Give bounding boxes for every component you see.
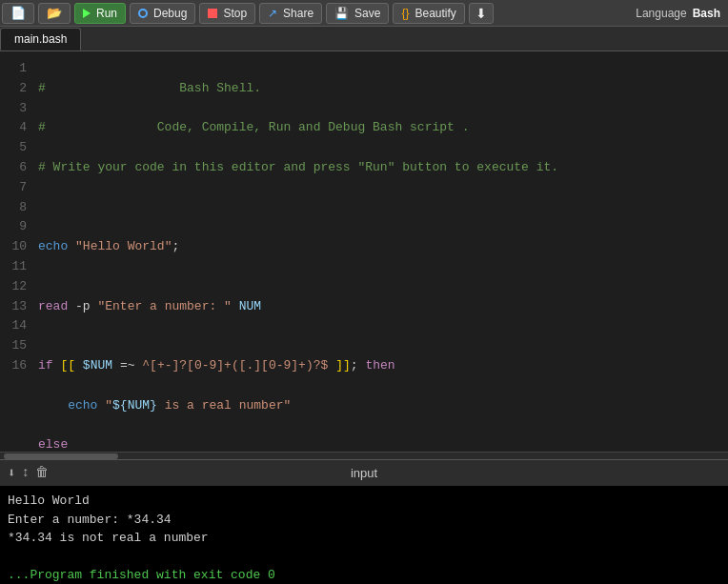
- language-label: Language: [636, 7, 686, 20]
- share-button[interactable]: ↗ Share: [259, 3, 322, 24]
- language-value: Bash: [693, 7, 720, 20]
- code-line-11: echo "${NUM} is a real number": [38, 396, 728, 416]
- output-line-1: Hello World: [8, 492, 720, 511]
- save-label: Save: [354, 7, 380, 20]
- code-line-10: if [[ $NUM =~ ^[+-]?[0-9]+([.][0-9]+)?$ …: [38, 356, 728, 376]
- output-line-3: *34.34 is not real a number: [8, 529, 720, 548]
- download-button[interactable]: ⬇: [469, 3, 494, 24]
- output-console: Hello World Enter a number: *34.34 *34.3…: [0, 486, 728, 584]
- download-icon: ⬇: [475, 6, 487, 21]
- open-folder-icon: 📂: [47, 6, 62, 20]
- toolbar: 📄 📂 Run Debug Stop ↗ Share 💾 Save {} Bea…: [0, 0, 728, 27]
- beautify-button[interactable]: {} Beautify: [393, 3, 464, 24]
- code-line-3: # Write your code in this editor and pre…: [38, 158, 728, 178]
- language-selector: Language Bash: [636, 7, 728, 20]
- expand-icon[interactable]: ↕: [21, 465, 29, 481]
- debug-button[interactable]: Debug: [130, 3, 195, 24]
- code-line-6: echo "Hello World";: [38, 237, 728, 257]
- code-line-8: read -p "Enter a number: " NUM: [38, 297, 728, 317]
- output-line-4: [8, 548, 720, 567]
- output-line-2: Enter a number: *34.34: [8, 511, 720, 530]
- save-button[interactable]: 💾 Save: [326, 3, 389, 24]
- stop-label: Stop: [223, 7, 247, 20]
- run-icon: [83, 9, 91, 18]
- tab-bar: main.bash: [0, 27, 728, 51]
- code-editor[interactable]: # Bash Shell. # Code, Compile, Run and D…: [34, 51, 728, 452]
- new-file-icon: 📄: [10, 6, 26, 20]
- run-label: Run: [96, 7, 117, 20]
- beautify-label: Beautify: [415, 7, 455, 20]
- editor-horizontal-scrollbar[interactable]: [0, 452, 728, 459]
- share-icon: ↗: [268, 7, 277, 20]
- output-toolbar: ⬇ ↕ 🗑: [8, 465, 49, 481]
- brace-icon: {}: [401, 7, 409, 20]
- code-line-12: else: [38, 435, 728, 452]
- debug-label: Debug: [153, 7, 187, 20]
- new-file-button[interactable]: 📄: [2, 3, 34, 24]
- code-line-2: # Code, Compile, Run and Debug Bash scri…: [38, 118, 728, 138]
- output-label: input: [351, 466, 377, 480]
- share-label: Share: [283, 7, 313, 20]
- save-icon: 💾: [334, 7, 349, 20]
- output-header: ⬇ ↕ 🗑 input: [0, 459, 728, 486]
- clear-icon[interactable]: 🗑: [35, 465, 49, 481]
- line-numbers: 1 2 3 4 5 6 7 8 9 10 11 12 13 14 15 16: [0, 51, 34, 452]
- editor-area: 1 2 3 4 5 6 7 8 9 10 11 12 13 14 15 16 #…: [0, 51, 728, 452]
- debug-icon: [138, 9, 148, 18]
- output-line-5: ...Program finished with exit code 0: [8, 566, 720, 584]
- open-file-button[interactable]: 📂: [38, 3, 71, 24]
- code-line-1: # Bash Shell.: [38, 79, 728, 99]
- stop-icon: [208, 9, 217, 18]
- run-button[interactable]: Run: [74, 3, 126, 24]
- stop-button[interactable]: Stop: [199, 3, 255, 24]
- scroll-down-icon[interactable]: ⬇: [8, 465, 15, 481]
- tab-main-bash[interactable]: main.bash: [0, 28, 81, 50]
